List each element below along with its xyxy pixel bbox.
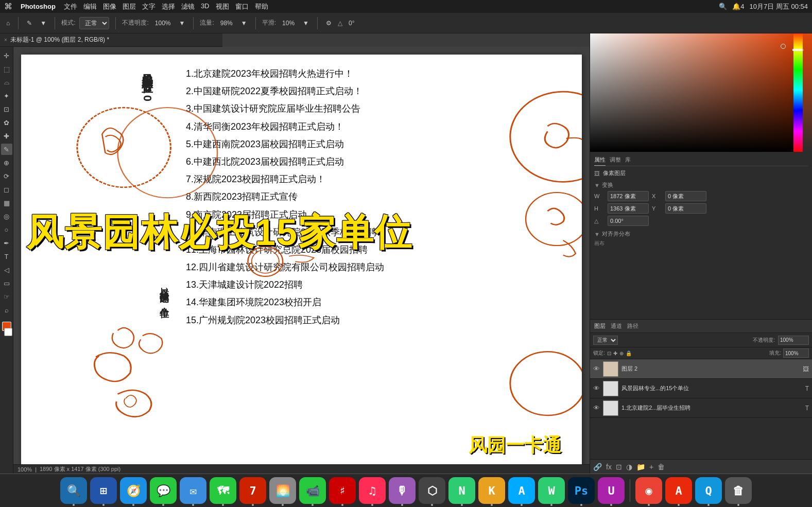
- layer-group-btn[interactable]: 📁: [636, 463, 645, 471]
- angle-input[interactable]: [608, 216, 649, 226]
- tab-title[interactable]: 未标题-1 @ 100% (图层 2, RGB/8) *: [10, 36, 109, 44]
- dock-icon-appstore[interactable]: A: [508, 477, 535, 504]
- props-tab-属性[interactable]: 属性: [594, 156, 606, 166]
- dock-icon-acrobat[interactable]: A: [665, 477, 692, 504]
- brush-tool-button[interactable]: ✎: [25, 19, 34, 28]
- menu-item-文件[interactable]: 文件: [64, 2, 77, 11]
- blend-mode-select[interactable]: 正常: [593, 336, 618, 345]
- lock-all[interactable]: 🔒: [626, 351, 632, 356]
- brush-options[interactable]: ▼: [38, 19, 48, 28]
- hue-bar[interactable]: [793, 28, 803, 152]
- layer-style-btn[interactable]: fx: [606, 463, 612, 471]
- magic-wand-tool[interactable]: ✦: [1, 90, 12, 101]
- link-layers-btn[interactable]: 🔗: [593, 463, 602, 471]
- dock-icon-launchpad[interactable]: ⊞: [90, 477, 117, 504]
- angle-value[interactable]: 0°: [347, 19, 356, 28]
- dock-icon-messages[interactable]: 💬: [150, 477, 177, 504]
- opacity-value[interactable]: 100%: [153, 19, 173, 28]
- dock-icon-numbers2[interactable]: N: [448, 477, 475, 504]
- dock-icon-photoshop[interactable]: Ps: [568, 477, 595, 504]
- flow-value[interactable]: 98%: [218, 19, 235, 28]
- flow-btn[interactable]: ▼: [239, 19, 249, 28]
- dock-icon-music[interactable]: ♫: [359, 477, 386, 504]
- dock-icon-photos[interactable]: 🌅: [269, 477, 296, 504]
- props-tab-调整[interactable]: 调整: [610, 156, 621, 166]
- blur-tool[interactable]: ◎: [1, 211, 12, 222]
- eraser-tool[interactable]: ◻: [1, 184, 12, 195]
- lock-pixels[interactable]: ⊡: [607, 351, 611, 356]
- dock-icon-facetime[interactable]: 📹: [299, 477, 326, 504]
- layer-visibility-icon[interactable]: 👁: [593, 404, 600, 412]
- crop-tool[interactable]: ⊡: [1, 103, 12, 115]
- smooth-value[interactable]: 10%: [280, 19, 297, 28]
- fill-input[interactable]: [783, 348, 809, 358]
- layer-item[interactable]: 👁图层 2🖼: [590, 359, 812, 379]
- dock-icon-maps[interactable]: 🗺: [210, 477, 236, 504]
- dock-icon-numbers[interactable]: ♯: [329, 477, 356, 504]
- dock-icon-linein[interactable]: ⬡: [419, 477, 445, 504]
- menu-item-帮助[interactable]: 帮助: [255, 2, 268, 11]
- dock-icon-finder[interactable]: 🔍: [60, 477, 87, 504]
- menu-item-图像[interactable]: 图像: [103, 2, 116, 11]
- layer-tab-通道[interactable]: 通道: [611, 322, 622, 330]
- x-input[interactable]: [665, 191, 706, 201]
- mode-select[interactable]: 正常: [79, 17, 109, 29]
- h-input[interactable]: [608, 203, 649, 214]
- layer-tab-图层[interactable]: 图层: [594, 322, 606, 330]
- notification-icon[interactable]: 🔔4: [732, 3, 744, 10]
- pen-tool[interactable]: ✒: [1, 237, 12, 249]
- menu-item-滤镜[interactable]: 滤镜: [181, 2, 195, 11]
- dock-icon-trash[interactable]: 🗑: [725, 477, 752, 504]
- lock-position[interactable]: ✚: [613, 351, 617, 356]
- menu-item-视图[interactable]: 视图: [216, 2, 229, 11]
- text-tool[interactable]: T: [1, 251, 12, 262]
- healing-tool[interactable]: ✚: [1, 130, 12, 142]
- lock-artboard[interactable]: ⊕: [619, 351, 624, 356]
- menu-item-编辑[interactable]: 编辑: [83, 2, 97, 11]
- dock-icon-qq[interactable]: Q: [695, 477, 722, 504]
- layer-item[interactable]: 👁1.北京建院2...届毕业生招聘T: [590, 398, 812, 418]
- lasso-tool[interactable]: ⌓: [1, 77, 12, 88]
- history-tool[interactable]: ⟳: [1, 170, 12, 182]
- layer-visibility-icon[interactable]: 👁: [593, 365, 600, 373]
- move-tool[interactable]: ✛: [1, 50, 12, 61]
- dock-icon-podcasts[interactable]: 🎙: [389, 477, 416, 504]
- gradient-tool[interactable]: ▦: [1, 197, 12, 208]
- smooth-btn[interactable]: ▼: [301, 19, 311, 28]
- color-spectrum[interactable]: [590, 28, 793, 152]
- menu-item-图层[interactable]: 图层: [123, 2, 136, 11]
- dock-icon-chrome[interactable]: ◉: [635, 477, 662, 504]
- delete-layer-btn[interactable]: 🗑: [658, 463, 665, 471]
- props-tab-库[interactable]: 库: [625, 156, 631, 166]
- apple-menu[interactable]: ⌘: [4, 2, 12, 11]
- menu-item-3D[interactable]: 3D: [201, 2, 210, 11]
- brush-tool[interactable]: ✎: [1, 144, 12, 155]
- hand-tool[interactable]: ☞: [1, 291, 12, 302]
- zoom-tool[interactable]: ⌕: [1, 304, 12, 316]
- dock-icon-wechat[interactable]: W: [538, 477, 565, 504]
- dock-icon-ubiquiti[interactable]: U: [598, 477, 625, 504]
- dock-icon-keynote[interactable]: K: [478, 477, 505, 504]
- dodge-tool[interactable]: ○: [1, 224, 12, 235]
- dock-icon-safari[interactable]: 🧭: [120, 477, 147, 504]
- menu-item-选择[interactable]: 选择: [162, 2, 175, 11]
- w-input[interactable]: [608, 191, 649, 201]
- opacity-btn[interactable]: ▼: [177, 19, 187, 28]
- layer-item[interactable]: 👁风景园林专业...的15个单位T: [590, 379, 812, 398]
- canvas[interactable]: 风景园林专业9-10 必须投递的15个单位 1.北京建院2023年校园招聘火热进…: [21, 55, 582, 468]
- angle-settings[interactable]: ⚙: [324, 19, 334, 28]
- selection-tool[interactable]: ⬚: [1, 63, 12, 75]
- menu-item-窗口[interactable]: 窗口: [235, 2, 249, 11]
- shape-tool[interactable]: ▭: [1, 277, 12, 289]
- clone-tool[interactable]: ⊕: [1, 157, 12, 168]
- home-button[interactable]: ⌂: [4, 19, 12, 28]
- alpha-bar[interactable]: [803, 28, 812, 152]
- dock-icon-calendar[interactable]: 7: [239, 477, 266, 504]
- y-input[interactable]: [665, 203, 706, 214]
- layer-tab-路径[interactable]: 路径: [627, 322, 638, 330]
- adjustment-layer-btn[interactable]: ◑: [626, 463, 632, 471]
- background-color-swatch[interactable]: [4, 328, 12, 336]
- layer-mask-btn[interactable]: ⊡: [616, 463, 622, 471]
- search-icon[interactable]: 🔍: [719, 3, 727, 10]
- layer-opacity-input[interactable]: [778, 336, 809, 345]
